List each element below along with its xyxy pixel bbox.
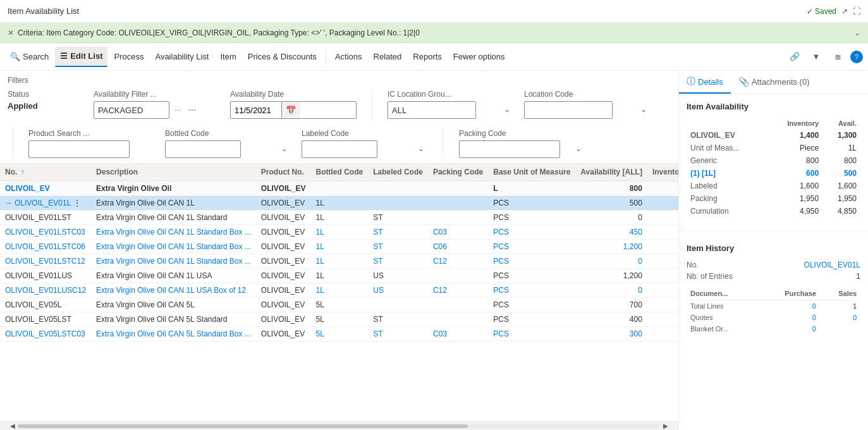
calendar-icon-button[interactable]: 📅 (281, 102, 300, 118)
table-row: OLIVOIL_EV05LST Extra Virgin Olive Oil C… (0, 312, 678, 327)
history-no-row: No. OLIVOIL_EV01L (687, 259, 860, 271)
filter-divider-3 (443, 129, 444, 158)
availability-filter-options-btn[interactable]: ⋯ (186, 104, 199, 116)
table-cell-availability: 1,200 (575, 240, 647, 254)
avail-panel-avail: 1,950 (822, 192, 860, 205)
popup-icon[interactable]: ↗ (841, 7, 848, 16)
bottled-code-filter: Bottled Code (165, 129, 291, 158)
table-cell-desc: Extra Virgin Olive Oil CAN 1L Standard B… (91, 254, 256, 269)
product-search-input[interactable] (28, 140, 130, 158)
packing-code-select[interactable] (459, 140, 560, 158)
toolbar: 🔍 Search ☰ Edit List Process Availabilit… (0, 43, 868, 71)
item-button[interactable]: Item (215, 47, 241, 67)
table-cell-availability: 300 (575, 327, 647, 341)
table-row: OLIVOIL_EV01LUSC12 Extra Virgin Olive Oi… (0, 283, 678, 298)
share-icon[interactable]: 🔗 (786, 48, 804, 66)
table-cell-base-uom: PCS (488, 269, 575, 283)
avail-panel-inventory: 1,950 (767, 192, 822, 205)
filters-row: Status Applied Availability Filter ... ·… (8, 90, 671, 158)
labeled-code-select[interactable] (302, 140, 377, 158)
tab-details[interactable]: ⓘ Details (679, 71, 731, 94)
availability-list-button[interactable]: Availability List (150, 47, 214, 67)
expand-icon[interactable]: ⛶ (853, 7, 860, 16)
table-row: OLIVOIL_EV05LSTC03 Extra Virgin Olive Oi… (0, 327, 678, 341)
col-availability[interactable]: Availability [ALL] (575, 164, 647, 181)
details-tab-icon: ⓘ (687, 76, 695, 87)
location-code-select[interactable] (524, 101, 613, 119)
table-cell-availability: 0 (575, 254, 647, 269)
table-row: OLIVOIL_EV01LSTC12 Extra Virgin Olive Oi… (0, 254, 678, 269)
avail-panel-label: (1) [1L] (687, 167, 767, 180)
table-cell-base-uom: PCS (488, 327, 575, 341)
col-inventory[interactable]: Inventory [ALL] (647, 164, 678, 181)
search-button[interactable]: 🔍 Search (5, 47, 54, 67)
layout-icon[interactable]: ≣ (829, 48, 847, 66)
col-no[interactable]: No. ↑ (0, 164, 91, 181)
table-cell-desc: Extra Virgin Olive Oil CAN 1L Standard B… (91, 225, 256, 240)
table-cell-product-no: OLIVOIL_EV (256, 225, 311, 240)
no-link[interactable]: OLIVOIL_EV01LSTC06 (5, 242, 85, 251)
reports-button[interactable]: Reports (408, 47, 447, 67)
ic-location-group-label: IC Location Grou... (388, 90, 514, 99)
col-description[interactable]: Description (91, 164, 256, 181)
prices-discounts-button[interactable]: Prices & Discounts (243, 47, 322, 67)
no-link[interactable]: OLIVOIL_EV01L (15, 199, 71, 207)
product-search-filter: Product Search ... (28, 129, 155, 158)
page-title: Item Availability List (8, 6, 79, 16)
no-link[interactable]: OLIVOIL_EV (5, 184, 50, 193)
actions-button[interactable]: Actions (330, 47, 367, 67)
table-cell-availability: 800 (575, 181, 647, 196)
criteria-chevron-icon[interactable]: ⌄ (854, 28, 860, 37)
availability-filter-clear-btn[interactable]: ··· (172, 104, 183, 116)
panel-tabs: ⓘ Details 📎 Attachments (0) (679, 71, 868, 94)
table-cell-packing-code (428, 211, 488, 225)
scroll-thumb[interactable] (18, 424, 468, 428)
col-inventory-header: Inventory (767, 118, 822, 129)
table-body: OLIVOIL_EV Extra Virgin Olive Oil OLIVOI… (0, 181, 678, 341)
avail-panel-avail: 1,600 (822, 180, 860, 192)
col-product-no[interactable]: Product No. (256, 164, 311, 181)
table-cell-inventory: 800 (647, 181, 678, 196)
avail-panel-inventory: 800 (767, 154, 822, 167)
col-base-uom[interactable]: Base Unit of Measure (488, 164, 575, 181)
help-icon[interactable]: ? (850, 51, 863, 63)
ic-location-group-select[interactable]: ALL (388, 101, 476, 119)
table-area: No. ↑ Description Product No. Bottled Co… (0, 164, 678, 421)
scroll-left-arrow[interactable]: ◀ (8, 422, 18, 429)
scroll-right-arrow[interactable]: ▶ (661, 422, 671, 429)
col-packing-code[interactable]: Packing Code (428, 164, 488, 181)
fewer-options-button[interactable]: Fewer options (448, 47, 510, 67)
table-cell-bottled-code (311, 181, 369, 196)
tab-attachments[interactable]: 📎 Attachments (0) (731, 71, 817, 94)
availability-filter-input[interactable] (94, 101, 169, 119)
table-cell-packing-code (428, 196, 488, 211)
table-cell-availability: 1,200 (575, 269, 647, 283)
hist-sales: 1 (820, 300, 860, 312)
scroll-track[interactable] (18, 424, 661, 428)
history-no-value[interactable]: OLIVOIL_EV01L (804, 261, 860, 269)
attachments-tab-icon: 📎 (738, 77, 749, 87)
availability-date-input[interactable] (231, 104, 281, 117)
table-cell-bottled-code: 5L (311, 312, 369, 327)
process-button[interactable]: Process (109, 47, 149, 67)
table-cell-desc: Extra Virgin Olive Oil CAN 1L USA (91, 269, 256, 283)
data-table: No. ↑ Description Product No. Bottled Co… (0, 164, 678, 341)
horizontal-scrollbar[interactable]: ◀ ▶ (0, 421, 678, 430)
filter-icon[interactable]: ▼ (807, 48, 825, 66)
col-bottled-code[interactable]: Bottled Code (311, 164, 369, 181)
criteria-close-icon[interactable]: ✕ (8, 28, 14, 37)
no-link[interactable]: OLIVOIL_EV01LUSC12 (5, 286, 86, 295)
content-area: Filters Status Applied Availability Filt… (0, 71, 868, 430)
no-link[interactable]: OLIVOIL_EV01LSTC03 (5, 228, 85, 236)
related-button[interactable]: Related (369, 47, 407, 67)
edit-list-button[interactable]: ☰ Edit List (55, 47, 107, 67)
history-table: Documen... Purchase Sales Total Lines 0 … (687, 287, 860, 335)
avail-panel-inventory: 1,400 (767, 129, 822, 142)
availability-table-header: Inventory Avail. (687, 118, 860, 129)
no-link[interactable]: OLIVOIL_EV05LSTC03 (5, 329, 85, 338)
col-labeled-code[interactable]: Labeled Code (368, 164, 428, 181)
context-menu-icon[interactable]: ⋮ (71, 199, 83, 207)
table-cell-no: OLIVOIL_EV01LUS (0, 269, 91, 283)
bottled-code-select[interactable] (165, 140, 241, 158)
no-link[interactable]: OLIVOIL_EV01LSTC12 (5, 257, 85, 266)
